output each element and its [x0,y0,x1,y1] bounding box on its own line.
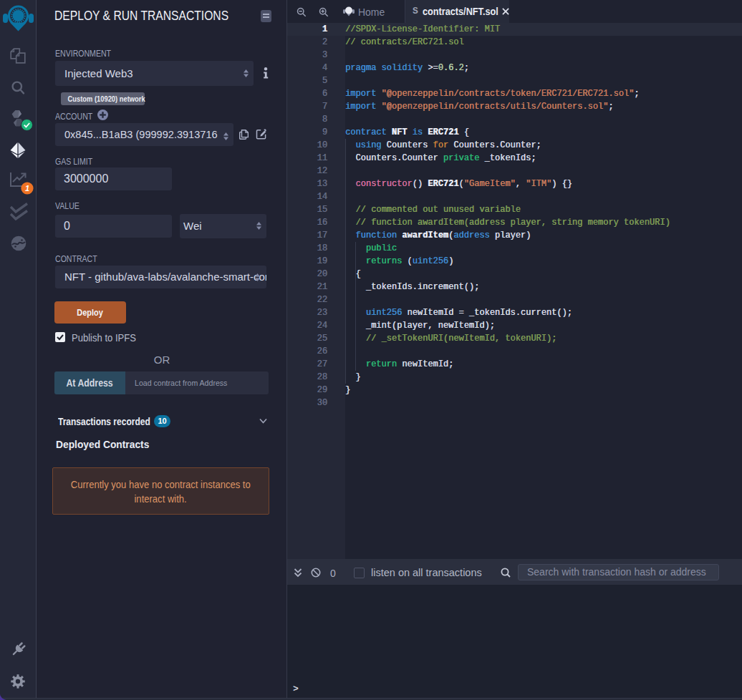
svg-text:1: 1 [25,184,29,193]
